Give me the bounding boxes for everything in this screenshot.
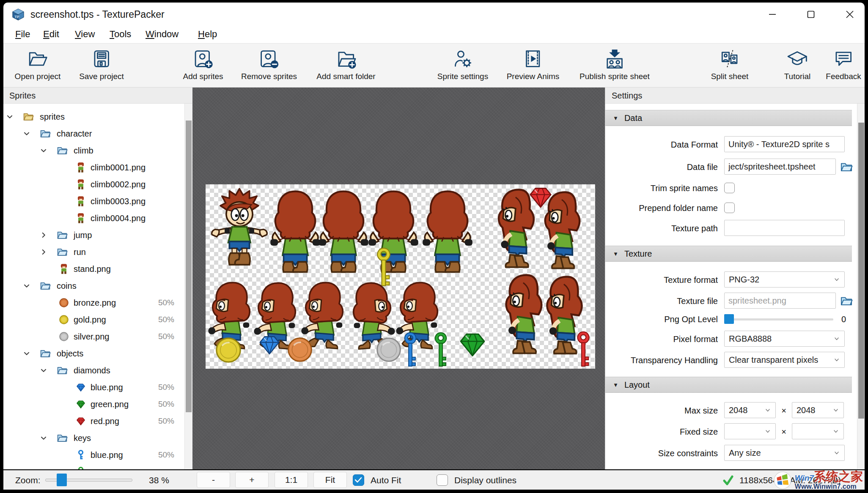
menu-item-edit[interactable]: Edit (41, 26, 61, 43)
toolbar-button-open-project[interactable]: Open project (15, 48, 61, 81)
pixel-format-select[interactable]: RGBA8888 (724, 331, 845, 347)
tree-item-blue-png-16[interactable]: blue.png50% (3, 379, 184, 396)
toolbar-button-feedback[interactable]: Feedback (826, 48, 861, 81)
tree-item-label: climb0001.png (91, 159, 146, 176)
menu-item-window[interactable]: Window (144, 26, 180, 43)
toolbar-button-remove-sprites[interactable]: Remove sprites (241, 48, 297, 81)
tree-item-diamonds-15[interactable]: diamonds (3, 362, 184, 379)
tree-item-jump-7[interactable]: jump (3, 227, 184, 244)
chevron-down-icon[interactable] (40, 367, 47, 374)
tree-item-label: climb0002.png (91, 176, 146, 193)
tree-item-climb0002-png-4[interactable]: climb0002.png (3, 176, 184, 193)
prepend-folder-name-checkbox[interactable] (724, 203, 735, 213)
chevron-right-icon[interactable] (40, 231, 47, 239)
auto-fit-checkbox[interactable] (353, 474, 364, 486)
toolbar-button-add-sprites[interactable]: Add sprites (183, 48, 223, 81)
chevron-down-icon[interactable] (40, 434, 47, 442)
tree-item-objects-14[interactable]: objects (3, 345, 184, 362)
tree-item-climb0004-png-6[interactable]: climb0004.png (3, 210, 184, 227)
zoom-in-button[interactable]: + (235, 472, 269, 488)
zoom-out-button[interactable]: - (197, 472, 230, 488)
tree-item-sprites-0[interactable]: sprites (3, 108, 184, 125)
transparency-handling-select[interactable]: Clear transparent pixels (724, 352, 845, 368)
settings-panel-header: Settings (605, 88, 865, 104)
tree-item-coins-10[interactable]: coins (3, 277, 184, 294)
texture-file-input[interactable] (724, 293, 836, 309)
minimize-button[interactable] (760, 6, 785, 23)
tree-item-green-png-17[interactable]: green.png50% (3, 396, 184, 413)
texture-format-select[interactable]: PNG-32 (724, 271, 845, 288)
sprite-sheet[interactable] (206, 184, 595, 369)
toolbar-button-split-sheet[interactable]: Split sheet (711, 48, 749, 81)
tree-item-scale: 50% (146, 446, 174, 463)
section-header-layout[interactable]: ▼Layout (605, 377, 852, 393)
display-outlines-checkbox[interactable] (437, 474, 448, 486)
tree-item-gold-png-12[interactable]: gold.png50% (3, 311, 184, 328)
sprite-coin-gold[interactable] (217, 338, 240, 362)
sprite-coin-silver[interactable] (377, 338, 401, 362)
menu-item-view[interactable]: View (73, 26, 96, 43)
toolbar-button-tutorial[interactable]: Tutorial (784, 48, 811, 81)
fixed-size-select-height[interactable] (792, 423, 844, 439)
data-file-input[interactable] (724, 159, 836, 175)
folder-open-icon[interactable] (839, 161, 854, 173)
texture-path-input[interactable] (724, 220, 845, 236)
folder-open-icon[interactable] (839, 295, 854, 307)
feedback-icon (832, 48, 854, 70)
data-format-input[interactable] (724, 136, 845, 152)
tree-item-bronze-png-11[interactable]: bronze.png50% (3, 294, 184, 311)
tree-item-climb-2[interactable]: climb (3, 142, 184, 159)
tree-item-climb0003-png-5[interactable]: climb0003.png (3, 193, 184, 210)
max-size-select-width[interactable]: 2048 (724, 402, 776, 418)
tree-item-blue-png-20[interactable]: blue.png50% (3, 446, 184, 463)
toolbar-button-preview-anims[interactable]: Preview Anims (507, 48, 560, 81)
chevron-down-icon[interactable] (23, 130, 30, 137)
menu-item-tools[interactable]: Tools (108, 26, 133, 43)
toolbar-button-save-project[interactable]: Save project (79, 48, 124, 81)
chevron-down-icon[interactable] (23, 282, 30, 290)
chevron-down-icon[interactable] (40, 147, 47, 154)
sprite-coin-bronze[interactable] (288, 338, 312, 362)
tree-item-keys-19[interactable]: keys (3, 430, 184, 446)
zoom-slider-handle[interactable] (57, 474, 67, 486)
transparency-handling-value: Clear transparent pixels (729, 355, 818, 365)
sprites-scrollbar[interactable] (184, 104, 192, 469)
title-bar[interactable]: TP screenshot.tps - TexturePacker (3, 3, 865, 26)
tree-item-climb0001-png-3[interactable]: climb0001.png (3, 159, 184, 176)
fixed-size-select-width[interactable] (724, 423, 776, 439)
fit-button[interactable]: Fit (313, 472, 347, 488)
tree-item-label: objects (57, 345, 83, 362)
section-header-data[interactable]: ▼Data (605, 110, 852, 126)
settings-scrollbar-thumb[interactable] (858, 123, 864, 419)
png-opt-level-slider-handle[interactable] (724, 314, 734, 324)
tree-item-green-png-21[interactable]: green.png (3, 463, 184, 469)
menu-item-help[interactable]: Help (196, 26, 219, 43)
publish-sprite-sheet-icon (604, 48, 626, 70)
chevron-down-icon[interactable] (6, 113, 14, 121)
maximize-button[interactable] (799, 6, 823, 23)
folder-yellow-icon (23, 111, 34, 122)
sheet-canvas[interactable] (192, 88, 605, 469)
chevron-right-icon[interactable] (40, 248, 47, 256)
sprites-scrollbar-thumb[interactable] (186, 121, 192, 412)
menu-item-file[interactable]: File (14, 26, 32, 43)
tree-item-run-8[interactable]: run (3, 244, 184, 260)
tree-item-character-1[interactable]: character (3, 125, 184, 142)
settings-scrollbar[interactable] (857, 104, 865, 469)
chevron-down-icon[interactable] (23, 350, 30, 357)
tree-item-stand-png-9[interactable]: stand.png (3, 260, 184, 277)
max-size-select-height[interactable]: 2048 (792, 402, 844, 418)
section-header-texture[interactable]: ▼Texture (605, 246, 852, 262)
size-constraints-select[interactable]: Any size (724, 445, 845, 461)
size-constraints-label: Size constraints (605, 445, 718, 462)
tree-item-red-png-18[interactable]: red.png50% (3, 413, 184, 430)
trim-sprite-names-checkbox[interactable] (724, 183, 735, 193)
png-opt-level-slider-track[interactable] (724, 318, 833, 320)
toolbar-button-add-smart-folder[interactable]: Add smart folder (316, 48, 375, 81)
toolbar-button-sprite-settings[interactable]: Sprite settings (437, 48, 488, 81)
zoom-1-1-button[interactable]: 1:1 (275, 472, 308, 488)
tree-item-label: blue.png (91, 446, 123, 463)
tree-item-silver-png-13[interactable]: silver.png50% (3, 328, 184, 345)
close-button[interactable] (838, 6, 862, 23)
toolbar-button-publish-sprite-sheet[interactable]: Publish sprite sheet (580, 48, 650, 81)
